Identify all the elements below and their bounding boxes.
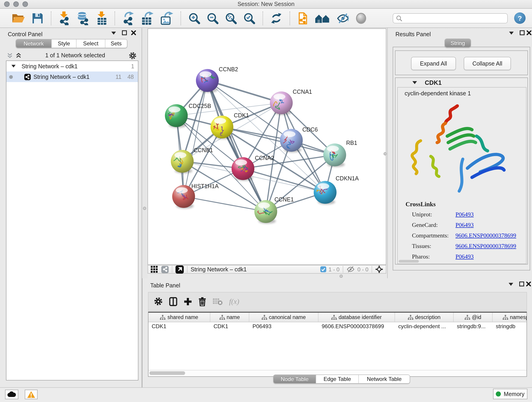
column-header-shared-name[interactable]: shared name: [148, 313, 210, 322]
export-network-button[interactable]: [122, 10, 135, 26]
table-options-gear-button[interactable]: [154, 297, 163, 306]
table-splitter-handle[interactable]: [340, 274, 343, 278]
network-edge-CCNB2-CCNE1[interactable]: [207, 80, 266, 211]
network-node-CDC25B[interactable]: [165, 104, 188, 128]
right-splitter-handle[interactable]: [384, 152, 387, 155]
column-header-namespace[interactable]: namespace: [493, 313, 527, 322]
network-node-CCNE1[interactable]: [254, 200, 277, 224]
crosslink-tissues[interactable]: 9606.ENSP00000378699: [456, 241, 516, 251]
result-entry-description: cyclin-dependent kinase 1: [405, 90, 526, 97]
memory-button[interactable]: Memory: [493, 389, 527, 399]
table-scrollbar-thumb[interactable]: [149, 371, 185, 375]
hide-glass-button[interactable]: [337, 10, 350, 26]
column-header-canonical-name[interactable]: canonical name: [249, 313, 318, 322]
crosslink-pharos[interactable]: P06493: [456, 251, 474, 262]
results-panel-float-button[interactable]: [520, 30, 525, 35]
home-networks-button[interactable]: [315, 10, 330, 26]
show-glass-button[interactable]: [356, 10, 366, 26]
table-row[interactable]: CDK1CDK1P064939606.ENSP00000378699cyclin…: [148, 322, 526, 330]
help-button[interactable]: ?: [514, 12, 526, 24]
delete-column-button[interactable]: [198, 297, 206, 306]
open-session-button[interactable]: [12, 10, 25, 26]
warnings-button[interactable]: [25, 390, 38, 399]
tab-select[interactable]: Select: [76, 39, 105, 48]
table-panel-float-button[interactable]: [519, 281, 524, 287]
import-network-database-button[interactable]: [76, 10, 90, 26]
results-panel-menu-button[interactable]: [509, 32, 514, 35]
traffic-light-close-button[interactable]: [4, 1, 10, 7]
expand-all-networks-button[interactable]: [16, 52, 22, 58]
tab-network[interactable]: Network: [16, 39, 52, 48]
result-entry-name[interactable]: CDK1: [425, 79, 442, 86]
column-attribute-icon: [219, 315, 225, 320]
collapse-all-networks-button[interactable]: [7, 52, 13, 58]
control-panel-menu-button[interactable]: [111, 32, 116, 35]
collapse-entry-arrow-icon[interactable]: [412, 81, 417, 84]
refresh-view-button[interactable]: [270, 10, 282, 26]
import-table-file-button[interactable]: [96, 10, 107, 26]
crosslink-uniprot[interactable]: P06493: [456, 209, 474, 220]
export-table-button[interactable]: [141, 10, 154, 26]
collapse-all-button[interactable]: Collapse All: [464, 57, 511, 70]
string-document-button[interactable]: [298, 10, 308, 26]
network-edge-CCNB2-CCNA1[interactable]: [207, 80, 281, 103]
tab-sets[interactable]: Sets: [105, 39, 127, 48]
string-badge-button[interactable]: [161, 266, 169, 273]
zoom-out-button[interactable]: [207, 10, 219, 26]
columns-icon: [169, 297, 177, 306]
column-header-name[interactable]: name: [210, 313, 249, 322]
tab-style[interactable]: Style: [52, 39, 76, 48]
tree-expand-arrow-icon: [12, 65, 16, 68]
import-network-file-button[interactable]: [59, 10, 70, 26]
cloud-status-button[interactable]: [5, 390, 18, 399]
network-collection-row[interactable]: String Network – cdk1 1: [6, 61, 138, 71]
tab-network-table[interactable]: Network Table: [359, 375, 410, 383]
grid-view-button[interactable]: [151, 266, 158, 273]
zoom-selected-button[interactable]: [243, 10, 255, 26]
column-header--id[interactable]: @id: [454, 313, 493, 322]
birdseye-crosshair-icon[interactable]: [375, 265, 383, 273]
traffic-light-minimize-button[interactable]: [13, 1, 19, 7]
tab-string[interactable]: String: [445, 39, 471, 47]
network-node-CCNA1[interactable]: [269, 91, 293, 115]
zoom-fit-button[interactable]: [225, 10, 237, 26]
selected-checkbox-icon[interactable]: [320, 266, 326, 272]
network-node-CCNA2[interactable]: [232, 157, 254, 181]
results-scrollbar-thumb[interactable]: [399, 260, 419, 263]
column-header-database-identifier[interactable]: database identifier: [318, 313, 395, 322]
left-splitter-handle[interactable]: [143, 207, 146, 210]
control-panel-close-button[interactable]: [131, 30, 136, 35]
toolbar-search[interactable]: [393, 13, 508, 23]
table-cell: P06493: [249, 323, 318, 329]
left-splitter[interactable]: [142, 28, 147, 278]
network-options-gear-button[interactable]: [129, 51, 137, 59]
traffic-light-zoom-button[interactable]: [22, 1, 28, 7]
export-image-button[interactable]: [160, 10, 173, 26]
add-column-button[interactable]: [184, 297, 192, 306]
gear-icon: [129, 51, 137, 59]
network-node-CDK1[interactable]: [210, 116, 234, 139]
network-node-CDKN1A[interactable]: [313, 181, 336, 204]
network-row-selected[interactable]: String Network – cdk1 11 48: [6, 71, 138, 82]
network-node-CDC6[interactable]: [279, 129, 303, 153]
network-edge-CCNB2-HIST1H1A[interactable]: [184, 80, 207, 196]
table-cell: stringdb:9...: [454, 323, 493, 329]
tab-node-table[interactable]: Node Table: [273, 375, 316, 383]
tab-edge-table[interactable]: Edge Table: [316, 375, 359, 383]
network-node-RB1[interactable]: [323, 143, 346, 167]
network-node-CCNB1[interactable]: [171, 150, 194, 173]
column-header-description[interactable]: description: [395, 313, 454, 322]
zoom-in-button[interactable]: [188, 10, 200, 26]
save-session-button[interactable]: [32, 10, 44, 26]
table-panel-close-button[interactable]: [526, 281, 531, 287]
search-input[interactable]: [402, 14, 505, 22]
open-in-window-button[interactable]: [176, 265, 184, 274]
control-panel-float-button[interactable]: [122, 30, 127, 35]
show-columns-button[interactable]: [169, 297, 177, 306]
crosslink-compartments[interactable]: 9606.ENSP00000378699: [456, 230, 516, 241]
expand-all-button[interactable]: Expand All: [411, 57, 456, 70]
results-panel-close-button[interactable]: [526, 30, 532, 35]
crosslink-genecard[interactable]: P06493: [456, 220, 474, 230]
table-panel-menu-button[interactable]: [509, 283, 513, 286]
network-canvas[interactable]: CCNB2CCNA1CDC25BCDK1CDC6RB1CCNB1CCNA2CDK…: [147, 28, 386, 265]
